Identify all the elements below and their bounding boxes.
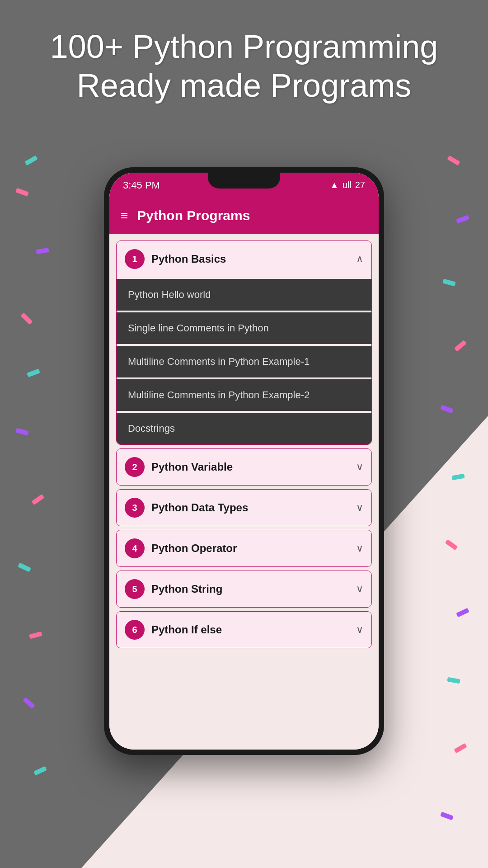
accordion-item-0: 1Python Basics∧Python Hello worldSingle … [116, 241, 372, 445]
status-icons: ▲ ull 27 [330, 180, 365, 190]
accordion-item-2: 3Python Data Types∨ [116, 489, 372, 526]
accordion-item-1: 2Python Variable∨ [116, 448, 372, 486]
accordion-item-5: 6Python If else∨ [116, 611, 372, 648]
accordion-title-5: Python If else [151, 623, 349, 636]
accordion-header-1[interactable]: 2Python Variable∨ [117, 449, 371, 485]
chevron-icon-1: ∨ [356, 461, 363, 473]
battery-icon: 27 [355, 180, 365, 190]
status-time: 3:45 PM [123, 179, 160, 191]
sub-item-text-0-4: Docstrings [128, 423, 175, 434]
chevron-icon-0: ∧ [356, 253, 363, 265]
accordion-title-2: Python Data Types [151, 501, 349, 514]
app-bar: ≡ Python Programs [109, 198, 379, 234]
sub-item-0-3[interactable]: Multiline Comments in Python Example-2 [117, 379, 371, 411]
chevron-icon-2: ∨ [356, 502, 363, 514]
header-line1: 100+ Python Programming [50, 28, 438, 65]
phone-screen: 3:45 PM ▲ ull 27 ≡ Python Programs 1Pyth… [109, 173, 379, 750]
accordion-title-3: Python Operator [151, 542, 349, 555]
header-line2: Ready made Programs [77, 67, 411, 104]
accordion-header-0[interactable]: 1Python Basics∧ [117, 241, 371, 277]
header-text: 100+ Python Programming Ready made Progr… [0, 27, 488, 105]
sub-item-text-0-1: Single line Comments in Python [128, 322, 269, 334]
accordion-header-4[interactable]: 5Python String∨ [117, 571, 371, 607]
wifi-icon: ull [343, 180, 352, 190]
app-title: Python Programs [137, 208, 250, 223]
accordion-title-4: Python String [151, 583, 349, 595]
signal-icon: ▲ [330, 180, 339, 190]
number-badge-1: 2 [125, 457, 145, 477]
chevron-icon-3: ∨ [356, 542, 363, 554]
phone-notch [208, 173, 280, 189]
sub-item-0-0[interactable]: Python Hello world [117, 279, 371, 311]
accordion-header-3[interactable]: 4Python Operator∨ [117, 530, 371, 566]
sub-item-0-4[interactable]: Docstrings [117, 413, 371, 444]
accordion-item-3: 4Python Operator∨ [116, 530, 372, 567]
number-badge-3: 4 [125, 538, 145, 558]
number-badge-2: 3 [125, 498, 145, 518]
sub-item-text-0-3: Multiline Comments in Python Example-2 [128, 389, 310, 401]
phone-mockup: 3:45 PM ▲ ull 27 ≡ Python Programs 1Pyth… [104, 167, 384, 755]
accordion-header-2[interactable]: 3Python Data Types∨ [117, 490, 371, 526]
accordion-title-1: Python Variable [151, 461, 349, 473]
number-badge-0: 1 [125, 249, 145, 269]
accordion-item-4: 5Python String∨ [116, 571, 372, 608]
sub-item-text-0-0: Python Hello world [128, 289, 211, 300]
chevron-icon-4: ∨ [356, 583, 363, 595]
content-area: 1Python Basics∧Python Hello worldSingle … [109, 234, 379, 750]
sub-item-0-2[interactable]: Multiline Comments in Python Example-1 [117, 346, 371, 377]
sub-item-text-0-2: Multiline Comments in Python Example-1 [128, 356, 310, 367]
accordion-title-0: Python Basics [151, 253, 349, 265]
sub-items-0: Python Hello worldSingle line Comments i… [117, 277, 371, 444]
accordion-header-5[interactable]: 6Python If else∨ [117, 612, 371, 648]
number-badge-5: 6 [125, 620, 145, 640]
number-badge-4: 5 [125, 579, 145, 599]
hamburger-icon[interactable]: ≡ [121, 208, 128, 223]
sub-item-0-1[interactable]: Single line Comments in Python [117, 312, 371, 344]
chevron-icon-5: ∨ [356, 624, 363, 636]
